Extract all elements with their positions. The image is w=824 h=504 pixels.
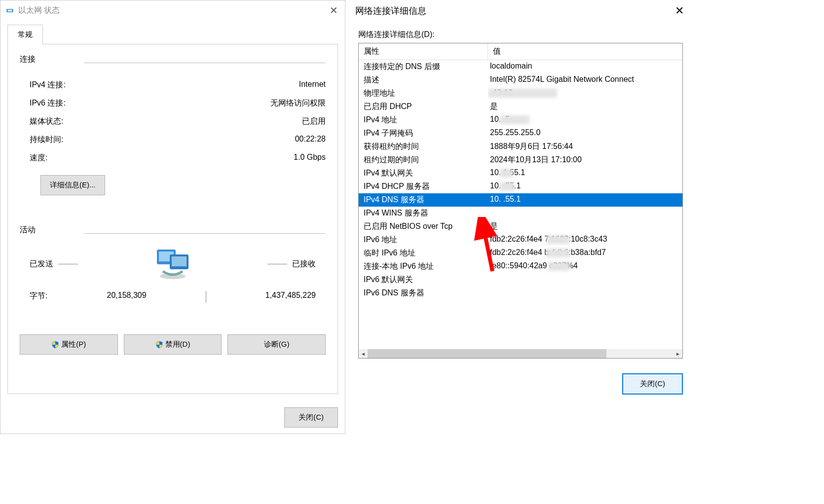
td-value: 255.255.255.0 — [488, 127, 682, 140]
duration-row: 持续时间: 00:22:28 — [20, 131, 326, 149]
tab-panel: 连接 IPv4 连接: Internet IPv6 连接: 无网络访问权限 媒体… — [7, 44, 338, 394]
table-row[interactable]: 描述Intel(R) 82574L Gigabit Network Connec… — [359, 73, 682, 87]
td-value: fdb2:2c26:f4e4 7:1607:10c8:3c43 — [488, 233, 682, 247]
td-value: 是 — [488, 220, 682, 233]
td-value: 10. 1.55.1 — [488, 167, 682, 180]
horizontal-scrollbar[interactable]: ◄ ► — [359, 349, 682, 358]
scroll-track[interactable] — [368, 349, 674, 358]
table-row[interactable]: IPv4 DNS 服务器10. .55.1 — [359, 193, 682, 207]
duration-value: 00:22:28 — [295, 135, 326, 145]
td-value: 10. .55.1 — [488, 193, 682, 207]
status-titlebar[interactable]: 以太网 状态 ✕ — [0, 0, 345, 20]
ethernet-status-dialog: 以太网 状态 ✕ 常规 连接 IPv4 连接: Internet IPv6 连接… — [0, 0, 345, 434]
td-property: 连接-本地 IPv6 地址 — [359, 260, 488, 273]
details-title: 网络连接详细信息 — [355, 5, 426, 17]
details-table: 属性 值 连接特定的 DNS 后缀localdomain描述Intel(R) 8… — [358, 43, 683, 359]
table-row[interactable]: 获得租约的时间1888年9月6日 17:56:44 — [359, 140, 682, 153]
td-property: IPv6 地址 — [359, 233, 488, 247]
duration-label: 持续时间: — [30, 135, 63, 145]
details-close-button[interactable]: 关闭(C) — [622, 373, 683, 395]
disable-button[interactable]: 禁用(D) — [124, 334, 222, 355]
scroll-thumb[interactable] — [368, 349, 606, 358]
disable-label: 禁用(D) — [165, 340, 190, 349]
speed-label: 速度: — [30, 153, 47, 163]
table-row[interactable]: IPv4 子网掩码255.255.255.0 — [359, 127, 682, 140]
connection-group-label: 连接 — [20, 54, 326, 67]
td-value — [488, 287, 682, 300]
table-row[interactable]: 临时 IPv6 地址fdb2:2c26:f4e4 b:4db6:b38a:bfd… — [359, 247, 682, 260]
close-button[interactable]: 关闭(C) — [284, 407, 338, 428]
td-property: IPv6 默认网关 — [359, 273, 488, 287]
network-details-dialog: 网络连接详细信息 ✕ 网络连接详细信息(D): 属性 值 连接特定的 DNS 后… — [350, 0, 691, 419]
activity-group-label: 活动 — [20, 225, 326, 237]
td-value — [488, 207, 682, 220]
table-row[interactable]: 连接-本地 IPv6 地址fe80::5940:42a9 c327%4 — [359, 260, 682, 273]
dash — [58, 264, 78, 264]
ipv6-row: IPv6 连接: 无网络访问权限 — [20, 94, 326, 112]
td-property: IPv4 子网掩码 — [359, 127, 488, 140]
td-value: 10. .55.1 — [488, 180, 682, 193]
details-section-label: 网络连接详细信息(D): — [358, 30, 683, 40]
td-property: 物理地址 — [359, 87, 488, 100]
td-property: IPv4 DHCP 服务器 — [359, 180, 488, 193]
shield-icon — [51, 341, 59, 349]
computers-icon — [153, 247, 192, 281]
tabs: 常规 — [0, 20, 345, 44]
table-row[interactable]: IPv4 默认网关10. 1.55.1 — [359, 167, 682, 180]
svg-rect-5 — [172, 256, 187, 266]
td-property: IPv4 默认网关 — [359, 167, 488, 180]
th-property[interactable]: 属性 — [359, 43, 488, 60]
details-button[interactable]: 详细信息(E)... — [40, 175, 105, 195]
table-row[interactable]: 物理地址 -43-13 — [359, 87, 682, 100]
ipv6-label: IPv6 连接: — [30, 98, 66, 108]
status-title: 以太网 状态 — [18, 5, 60, 16]
close-icon[interactable]: ✕ — [322, 0, 345, 20]
td-value: -43-13 — [488, 87, 682, 100]
td-property: IPv4 地址 — [359, 113, 488, 127]
td-property: 描述 — [359, 73, 488, 87]
properties-button[interactable]: 属性(P) — [20, 334, 118, 355]
recv-label: 已接收 — [292, 259, 316, 269]
shield-icon — [155, 341, 163, 349]
table-header: 属性 值 — [359, 43, 682, 60]
td-value: Intel(R) 82574L Gigabit Network Connect — [488, 73, 682, 87]
ipv4-label: IPv4 连接: — [30, 80, 66, 90]
td-property: 临时 IPv6 地址 — [359, 247, 488, 260]
td-property: IPv6 DNS 服务器 — [359, 287, 488, 300]
tab-general[interactable]: 常规 — [7, 25, 43, 44]
svg-rect-1 — [8, 10, 12, 11]
speed-value: 1.0 Gbps — [294, 153, 326, 163]
diagnose-button[interactable]: 诊断(G) — [227, 334, 326, 355]
table-row[interactable]: IPv6 DNS 服务器 — [359, 287, 682, 300]
close-icon[interactable]: ✕ — [668, 0, 691, 22]
bytes-recv: 1,437,485,229 — [265, 291, 316, 303]
table-row[interactable]: 已启用 DHCP是 — [359, 100, 682, 113]
ipv6-value: 无网络访问权限 — [270, 98, 326, 108]
td-property: 租约过期的时间 — [359, 153, 488, 167]
media-row: 媒体状态: 已启用 — [20, 112, 326, 131]
sent-label: 已发送 — [30, 259, 53, 269]
dash — [267, 264, 287, 264]
td-value: 是 — [488, 100, 682, 113]
th-value[interactable]: 值 — [488, 43, 682, 60]
table-row[interactable]: 连接特定的 DNS 后缀localdomain — [359, 60, 682, 73]
divider — [206, 291, 206, 303]
td-value: fe80::5940:42a9 c327%4 — [488, 260, 682, 273]
ethernet-icon — [5, 7, 14, 14]
td-property: 获得租约的时间 — [359, 140, 488, 153]
media-value: 已启用 — [302, 116, 326, 127]
details-titlebar[interactable]: 网络连接详细信息 ✕ — [350, 0, 691, 22]
scroll-right-icon[interactable]: ► — [674, 349, 682, 358]
table-row[interactable]: IPv4 地址10. .5 — [359, 113, 682, 127]
table-row[interactable]: 已启用 NetBIOS over Tcp是 — [359, 220, 682, 233]
ipv4-value: Internet — [299, 80, 326, 90]
table-row[interactable]: IPv6 地址fdb2:2c26:f4e4 7:1607:10c8:3c43 — [359, 233, 682, 247]
scroll-left-icon[interactable]: ◄ — [359, 349, 368, 358]
table-row[interactable]: IPv4 WINS 服务器 — [359, 207, 682, 220]
ipv4-row: IPv4 连接: Internet — [20, 76, 326, 94]
table-row[interactable]: IPv4 DHCP 服务器10. .55.1 — [359, 180, 682, 193]
properties-label: 属性(P) — [61, 340, 86, 349]
table-row[interactable]: IPv6 默认网关 — [359, 273, 682, 287]
table-row[interactable]: 租约过期的时间2024年10月13日 17:10:00 — [359, 153, 682, 167]
td-value: 1888年9月6日 17:56:44 — [488, 140, 682, 153]
